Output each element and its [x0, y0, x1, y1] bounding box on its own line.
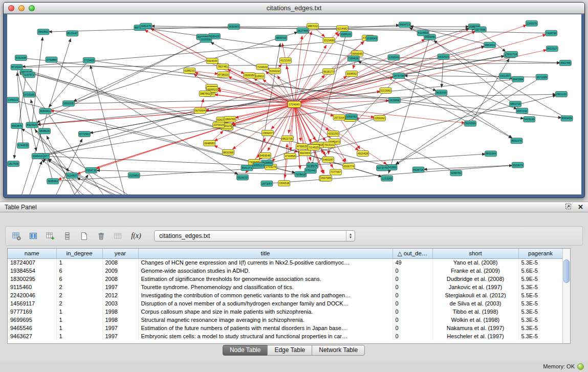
network-window-titlebar[interactable]: citations_edges.txt — [4, 3, 584, 14]
table-scrollbar[interactable] — [562, 249, 570, 343]
graph-node-label: 9630093 — [436, 91, 446, 94]
column-header-pagerank[interactable]: pagerank — [518, 249, 562, 258]
row-options-button[interactable] — [60, 229, 74, 243]
float-panel-icon[interactable] — [565, 203, 572, 211]
graph-edge[interactable] — [17, 67, 37, 151]
table-row[interactable]: 946362711997Embryonic stem cells: a mode… — [8, 332, 562, 340]
graph-edge[interactable] — [37, 79, 518, 125]
graph-node-label: 8599459 — [562, 117, 572, 120]
graph-node-label: 5269192 — [270, 70, 280, 73]
column-header-short[interactable]: short — [432, 249, 518, 258]
delete-table-button[interactable] — [94, 229, 107, 243]
graph-node-label: 9464713 — [400, 23, 410, 26]
graph-edge[interactable] — [21, 128, 134, 194]
function-builder-button[interactable]: f(x) — [128, 229, 144, 243]
table-selector[interactable]: citations_edges.txt ▲▼ — [154, 230, 355, 242]
graph-node-label: 6506774 — [343, 165, 354, 168]
graph-node-label: 6288210 — [184, 69, 194, 72]
graph-node-label: 8738020 — [218, 73, 228, 76]
add-column-button[interactable] — [43, 229, 57, 243]
graph-node-label: 4883461 — [485, 43, 495, 47]
table-mode-button[interactable] — [10, 229, 23, 243]
graph-edge[interactable] — [28, 161, 41, 194]
graph-edge[interactable] — [42, 158, 130, 194]
table-toolbar: f(x) citations_edges.txt ▲▼ — [5, 226, 583, 246]
graph-edge[interactable] — [17, 72, 23, 145]
minimize-window-button[interactable] — [18, 5, 25, 11]
graph-node-label: 8515447 — [67, 32, 77, 35]
zoom-window-button[interactable] — [29, 5, 35, 11]
memory-ok-indicator — [577, 363, 584, 370]
column-header-in_degree[interactable]: in_degree — [56, 249, 102, 258]
table-row[interactable]: 1456911722003Disruption of a novel membe… — [8, 299, 562, 308]
graph-edge[interactable] — [22, 38, 372, 67]
graph-node-label: 5744835 — [18, 144, 28, 147]
table-row[interactable]: 969969511998Structural magnetic resonanc… — [8, 316, 562, 324]
network-window-title: citations_edges.txt — [4, 3, 584, 14]
graph-edge[interactable] — [409, 27, 567, 118]
graph-node-label: 7114923 — [309, 146, 319, 149]
table-row[interactable]: 977716911998Corpus callosum shape and si… — [8, 308, 562, 316]
graph-node-label: 4202250 — [328, 132, 338, 135]
network-canvas[interactable]: 6693826331549963688123377337192880671946… — [7, 14, 581, 194]
tab-network-table[interactable]: Network Table — [312, 345, 365, 356]
graph-node-label: 1869786 — [225, 118, 235, 121]
graph-node-label: 1506538 — [279, 182, 289, 185]
graph-node-label: 2639896 — [389, 99, 400, 102]
graph-node-label: 2029850 — [129, 174, 139, 177]
table-row[interactable]: 1872400712008Changes of HCN gene express… — [8, 258, 562, 267]
graph-node-label: 8084961 — [40, 110, 50, 113]
graph-edge[interactable] — [294, 104, 329, 130]
column-visibility-button[interactable] — [27, 229, 40, 243]
graph-edge[interactable] — [335, 142, 346, 162]
column-header-year[interactable]: year — [102, 249, 138, 258]
graph-edge[interactable] — [339, 118, 360, 149]
graph-node-label: 4887032 — [308, 25, 318, 28]
graph-edge[interactable] — [441, 93, 512, 138]
graph-edge[interactable] — [424, 165, 518, 170]
graph-edge[interactable] — [43, 28, 469, 156]
tab-edge-table[interactable]: Edge Table — [267, 345, 312, 356]
graph-node-label: 6618173 — [323, 70, 334, 73]
table-row[interactable]: 1830029562008Estimation of significance … — [8, 275, 562, 283]
column-header-name[interactable]: name — [8, 249, 56, 258]
graph-node-label: 5460287 — [323, 158, 333, 161]
column-header-out_de[interactable]: △ out_de… — [393, 249, 432, 258]
scrollbar-thumb[interactable] — [563, 259, 570, 283]
graph-edge[interactable] — [258, 43, 280, 165]
new-table-button[interactable] — [77, 229, 91, 243]
table-row[interactable]: 2242004622012Investigating the contribut… — [8, 291, 562, 299]
table-row[interactable]: 1938455462009Genome-wide association stu… — [8, 267, 562, 275]
graph-edge[interactable] — [43, 156, 253, 165]
graph-node-label: 3008552 — [346, 72, 357, 75]
graph-node-label: 4730858 — [285, 155, 295, 158]
graph-node-label: 5332408 — [16, 56, 26, 59]
graph-edge[interactable] — [43, 93, 442, 155]
graph-edge[interactable] — [77, 178, 124, 194]
column-header-title[interactable]: title — [138, 249, 393, 258]
table-row[interactable]: 946554611997Estimation of the future num… — [8, 324, 562, 332]
graph-edge[interactable] — [38, 46, 485, 156]
graph-edge[interactable] — [37, 104, 294, 125]
graph-node-label: 8423925 — [27, 123, 37, 126]
node-table-container: namein_degreeyeartitle△ out_de…shortpage… — [7, 248, 571, 344]
graph-node-label: 1233283 — [382, 177, 392, 180]
table-row[interactable]: 911546021997Tourette syndrome. Phenomeno… — [8, 283, 562, 291]
tab-node-table[interactable]: Node Table — [223, 345, 268, 356]
graph-edge[interactable] — [49, 60, 89, 107]
graph-node-label: 7184626 — [349, 57, 359, 60]
graph-edge[interactable] — [47, 136, 76, 194]
close-panel-icon[interactable]: ✕ — [578, 204, 583, 210]
graph-edge[interactable] — [54, 139, 82, 194]
graph-edge[interactable] — [291, 104, 294, 151]
close-window-button[interactable] — [8, 5, 14, 11]
graph-node-label: 2369207 — [263, 132, 273, 135]
graph-edge[interactable] — [470, 58, 509, 123]
graph-edge[interactable] — [96, 170, 300, 174]
graph-node-label: 3562785 — [560, 61, 571, 64]
graph-node-label: 2356092 — [375, 117, 385, 120]
graph-node-label: 8822726 — [282, 137, 293, 140]
graph-node-label: 5690683 — [229, 25, 239, 28]
import-table-button[interactable] — [111, 229, 124, 243]
graph-node-label: 3671689 — [537, 76, 547, 79]
